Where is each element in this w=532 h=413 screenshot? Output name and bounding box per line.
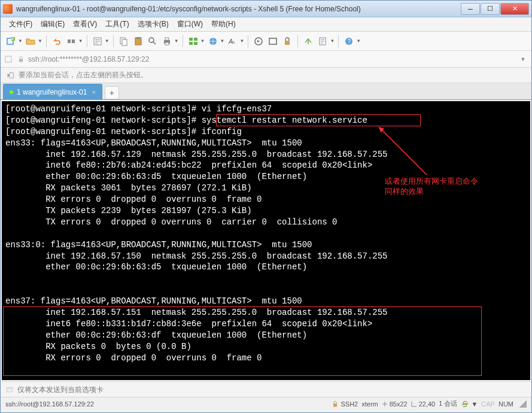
transfer-icon[interactable] bbox=[302, 35, 315, 48]
addr-new-icon[interactable] bbox=[4, 54, 14, 64]
menu-file[interactable]: 文件(F) bbox=[5, 18, 36, 31]
svg-rect-27 bbox=[19, 59, 23, 62]
maximize-button[interactable]: ☐ bbox=[481, 3, 500, 15]
send-bar bbox=[1, 381, 531, 397]
svg-text:?: ? bbox=[348, 38, 351, 45]
paste-icon[interactable] bbox=[132, 35, 145, 48]
menubar: 文件(F) 编辑(E) 查看(V) 工具(T) 选项卡(B) 窗口(W) 帮助(… bbox=[1, 17, 531, 32]
tab-label: wangruifenglinux-01 bbox=[23, 88, 87, 96]
svg-line-29 bbox=[379, 127, 427, 175]
status-ssh: SSH2 bbox=[332, 400, 358, 408]
ssh-icon bbox=[332, 400, 339, 408]
script-icon[interactable] bbox=[252, 35, 265, 48]
tab-index: 1 bbox=[17, 88, 21, 96]
svg-point-9 bbox=[149, 38, 154, 42]
tab-bar: 1 wangruifenglinux-01 × + bbox=[1, 83, 531, 100]
font-button[interactable]: Aa ▼ bbox=[226, 35, 244, 48]
layout-icon bbox=[187, 35, 200, 48]
annotation-text-1: 或者使用所有网卡重启命令 bbox=[385, 177, 478, 187]
folder-icon bbox=[24, 35, 37, 48]
svg-rect-3 bbox=[72, 40, 75, 43]
svg-rect-6 bbox=[122, 40, 127, 45]
resize-grip-icon[interactable] bbox=[519, 400, 527, 408]
tab-add-button[interactable]: + bbox=[105, 86, 119, 99]
globe-icon bbox=[206, 35, 220, 48]
resize-icon bbox=[382, 401, 388, 407]
minimize-button[interactable]: ─ bbox=[461, 3, 480, 15]
status-size: 85x22 bbox=[382, 400, 408, 408]
svg-text:a: a bbox=[232, 40, 235, 45]
status-connection: ssh://root@192.168.57.129:22 bbox=[5, 400, 94, 408]
help-icon: ? bbox=[342, 35, 355, 48]
terminal[interactable]: [root@wangruifeng-01 network-scripts]# v… bbox=[1, 100, 531, 381]
annotation-text-2: 同样的效果 bbox=[385, 187, 424, 197]
properties-button[interactable]: ▼ bbox=[91, 35, 110, 48]
status-cursor: 22,40 bbox=[411, 400, 436, 408]
menu-window[interactable]: 窗口(W) bbox=[174, 18, 206, 31]
statusbar: ssh://root@192.168.57.129:22 SSH2 xterm … bbox=[1, 397, 531, 410]
status-cap: CAP bbox=[481, 400, 495, 408]
address-text[interactable]: ssh://root:********@192.168.57.129:22 bbox=[28, 55, 518, 63]
svg-rect-11 bbox=[165, 38, 169, 40]
layout-button[interactable]: ▼ bbox=[187, 35, 205, 48]
addr-dropdown-icon[interactable]: ▼ bbox=[518, 56, 528, 62]
svg-rect-13 bbox=[189, 38, 193, 41]
cursor-icon bbox=[411, 401, 417, 407]
log-icon bbox=[316, 35, 329, 48]
info-bar: 要添加当前会话，点击左侧的箭头按钮。 bbox=[1, 68, 531, 83]
annotation-arrow-icon bbox=[373, 124, 433, 178]
svg-rect-26 bbox=[5, 56, 11, 62]
svg-rect-12 bbox=[165, 42, 169, 45]
help-button[interactable]: ? ▼ bbox=[342, 35, 361, 48]
status-sync-icon[interactable]: ▼ bbox=[461, 400, 478, 408]
annotation-box-cmd bbox=[216, 114, 421, 126]
svg-rect-21 bbox=[269, 38, 276, 44]
window-title: wangruifenglinux-01 - root@wangruifeng-0… bbox=[16, 5, 460, 13]
toolbar: ▼ ▼ ▼ ▼ ▼ ▼ ▼ Aa ▼ ▼ ? bbox=[1, 32, 531, 51]
print-button[interactable]: ▼ bbox=[160, 35, 179, 48]
annotation-box-ens37 bbox=[3, 306, 482, 376]
connected-dot-icon bbox=[10, 90, 13, 94]
print-icon bbox=[160, 35, 174, 48]
send-input[interactable] bbox=[17, 385, 527, 394]
svg-rect-2 bbox=[68, 40, 71, 43]
window-titlebar: wangruifenglinux-01 - root@wangruifeng-0… bbox=[1, 1, 531, 17]
new-session-button[interactable]: ▼ bbox=[4, 35, 23, 48]
menu-help[interactable]: 帮助(H) bbox=[208, 18, 239, 31]
open-button[interactable]: ▼ bbox=[24, 35, 42, 48]
send-icon[interactable] bbox=[5, 385, 14, 394]
disconnect-button[interactable]: ▼ bbox=[65, 35, 83, 48]
tab-session[interactable]: 1 wangruifenglinux-01 × bbox=[3, 84, 102, 99]
status-term: xterm bbox=[361, 400, 378, 408]
svg-rect-22 bbox=[285, 41, 290, 45]
font-icon: Aa bbox=[226, 35, 239, 48]
reconnect-icon[interactable] bbox=[50, 35, 63, 48]
svg-rect-28 bbox=[10, 72, 13, 78]
menu-tabs[interactable]: 选项卡(B) bbox=[134, 18, 172, 31]
lock-icon bbox=[16, 54, 26, 64]
new-session-icon bbox=[4, 35, 17, 48]
app-icon bbox=[3, 4, 13, 14]
status-sessions: 1 会话 bbox=[439, 399, 457, 408]
properties-icon bbox=[91, 35, 104, 48]
arrow-icon[interactable] bbox=[5, 71, 15, 80]
lock-icon[interactable] bbox=[281, 35, 294, 48]
window-controls: ─ ☐ ✕ bbox=[460, 3, 529, 15]
tab-close-icon[interactable]: × bbox=[92, 89, 95, 96]
svg-rect-16 bbox=[194, 42, 197, 45]
info-text: 要添加当前会话，点击左侧的箭头按钮。 bbox=[19, 70, 148, 80]
menu-view[interactable]: 查看(V) bbox=[69, 18, 101, 31]
log-button[interactable]: ▼ bbox=[316, 35, 335, 48]
svg-rect-31 bbox=[333, 403, 337, 406]
svg-rect-15 bbox=[189, 42, 193, 45]
disconnect-icon bbox=[65, 35, 78, 48]
close-button[interactable]: ✕ bbox=[500, 3, 529, 15]
svg-rect-14 bbox=[194, 38, 197, 41]
menu-edit[interactable]: 编辑(E) bbox=[37, 18, 68, 31]
copy-icon[interactable] bbox=[117, 35, 130, 48]
addressbar: ssh://root:********@192.168.57.129:22 ▼ bbox=[1, 51, 531, 68]
search-icon[interactable] bbox=[146, 35, 159, 48]
menu-tools[interactable]: 工具(T) bbox=[102, 18, 132, 31]
fullscreen-icon[interactable] bbox=[266, 35, 279, 48]
color-button[interactable]: ▼ bbox=[206, 35, 225, 48]
